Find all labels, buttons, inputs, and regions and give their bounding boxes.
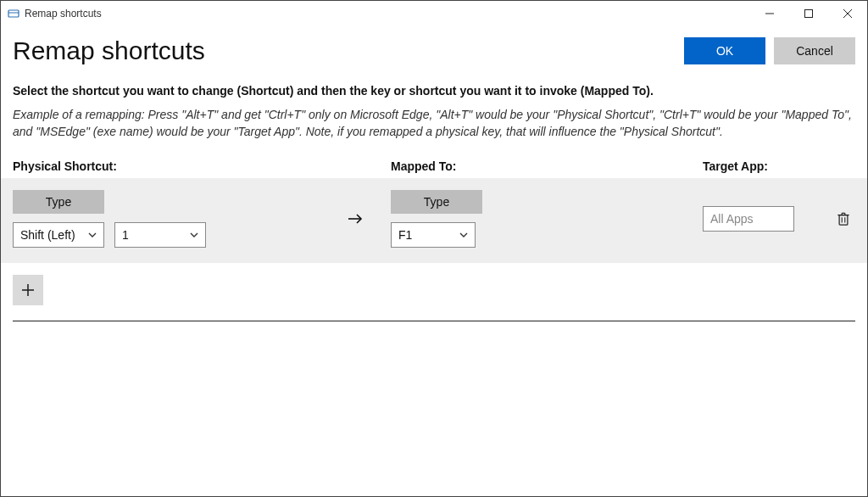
plus-icon [20,282,36,298]
window-frame: Remap shortcuts Remap shortcuts OK Cance… [0,0,868,497]
column-header-physical: Physical Shortcut: [13,159,391,173]
mapping-row: Type Shift (Left) 1 [1,178,867,263]
header-row: Remap shortcuts OK Cancel [1,26,867,69]
svg-rect-3 [805,10,813,18]
mapped-key1-dropdown[interactable]: F1 [391,222,476,248]
physical-key2-dropdown[interactable]: 1 [114,222,206,248]
physical-type-button[interactable]: Type [13,190,104,214]
svg-rect-7 [839,215,848,225]
column-header-mapped: Mapped To: [391,159,703,173]
chevron-down-icon [459,231,468,239]
trash-icon [837,210,850,227]
app-icon [8,8,19,20]
titlebar-left: Remap shortcuts [8,8,102,20]
description-example: Example of a remapping: Press "Alt+T" an… [13,106,855,141]
target-app-input[interactable] [703,206,794,232]
close-button[interactable] [828,1,867,26]
svg-rect-0 [8,10,19,17]
ok-button[interactable]: OK [684,37,765,64]
delete-row-button[interactable] [832,207,855,231]
page-title: Remap shortcuts [13,36,205,65]
physical-shortcut-cell: Type Shift (Left) 1 [13,190,391,248]
add-mapping-button[interactable] [13,275,43,305]
column-header-target: Target App: [703,159,855,173]
add-row-area [1,263,867,317]
arrow-right-icon [343,207,367,231]
divider [13,321,855,321]
target-app-cell [703,206,855,232]
maximize-button[interactable] [789,1,828,26]
physical-key1-dropdown[interactable]: Shift (Left) [13,222,104,248]
cancel-button[interactable]: Cancel [774,37,855,64]
column-headers: Physical Shortcut: Mapped To: Target App… [1,159,867,178]
physical-dropdown-row: Shift (Left) 1 [13,222,391,248]
physical-key2-value: 1 [122,228,129,242]
description-main: Select the shortcut you want to change (… [13,84,855,98]
window-title: Remap shortcuts [25,8,102,20]
description-block: Select the shortcut you want to change (… [1,69,867,159]
minimize-button[interactable] [750,1,789,26]
chevron-down-icon [190,231,198,239]
mapped-to-cell: Type F1 [391,190,703,248]
window-controls [750,1,867,26]
chevron-down-icon [88,231,97,239]
header-buttons: OK Cancel [684,37,855,64]
physical-key1-value: Shift (Left) [20,228,75,242]
mapped-type-button[interactable]: Type [391,190,482,214]
mapped-key1-value: F1 [398,228,412,242]
mapped-dropdown-row: F1 [391,222,703,248]
titlebar: Remap shortcuts [1,1,867,26]
